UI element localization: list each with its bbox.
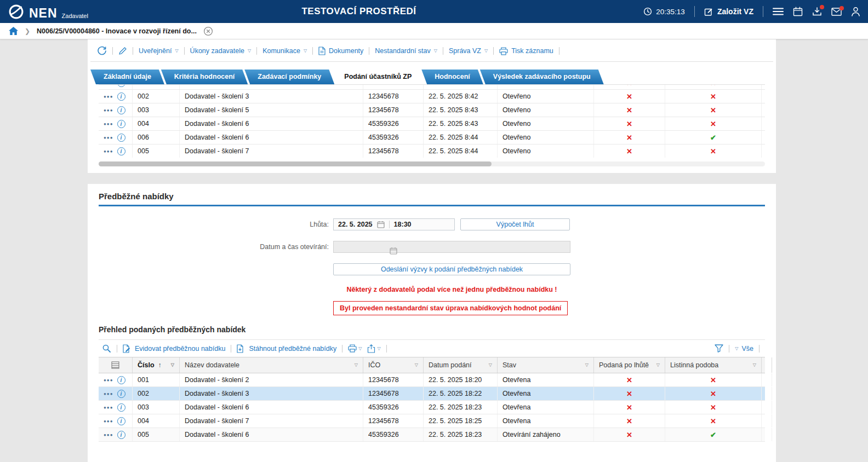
user-profile-icon[interactable] [851,7,860,16]
menu-komunikace[interactable]: Komunikace▽ [262,47,307,55]
chevron-down-icon[interactable]: ▽ [355,363,358,367]
table-row[interactable]: ●●●i 001 Dodavatel - školení 2 12345678 … [99,84,765,90]
row-menu-icon[interactable]: ●●● [104,108,113,113]
calendar-icon[interactable] [793,7,803,16]
cell-stav: Otevírání zahájeno [498,428,594,441]
chevron-down-icon[interactable]: ▽ [415,363,418,367]
tab-kriteria-hodnoceni[interactable]: Kritéria hodnocení [161,70,248,84]
breadcrumb-item[interactable]: N006/25/V00004860 - Inovace v rozvoji ří… [37,27,197,35]
header-podana-po-lhute[interactable]: Podaná po lhůtě▽ [594,357,665,373]
chevron-down-icon[interactable]: ▽ [753,363,756,367]
close-record-icon[interactable] [203,26,213,36]
header-stav[interactable]: Stav▽ [498,357,594,373]
filter-preset-vse[interactable]: ▽ Vše [735,345,753,353]
lhuta-date-value[interactable]: 22. 5. 2025 [338,221,373,228]
menu-ukony-zadavatele[interactable]: Úkony zadavatele▽ [190,47,252,55]
chevron-down-icon[interactable]: ▽ [377,347,380,351]
evidovat-nabidku-button[interactable]: Evidovat předběžnou nabídku [123,344,225,353]
tab-zadavaci-podminky[interactable]: Zadávací podmínky [244,70,334,84]
chevron-down-icon[interactable]: ▽ [489,363,492,367]
messages-icon[interactable] [831,8,842,16]
row-menu-icon[interactable]: ●●● [104,122,113,126]
chevron-down-icon[interactable]: ▽ [358,347,362,351]
tab-zakladni-udaje[interactable]: Základní údaje [90,70,164,84]
menu-sprava-vz[interactable]: Správa VZ▽ [449,47,488,55]
history-icon[interactable] [97,46,107,56]
row-menu-icon[interactable]: ●●● [104,378,113,383]
home-icon[interactable] [9,27,18,35]
row-menu-icon[interactable]: ●●● [104,84,113,85]
table-row[interactable]: ●●●i 005 Dodavatel - školení 6 45359326 … [99,428,765,442]
tab-vysledek-zadavaciho-postupu[interactable]: Výsledek zadávacího postupu [480,70,604,84]
table-row-selected[interactable]: ●●●i 002 Dodavatel - školení 3 12345678 … [99,387,765,401]
row-menu-icon[interactable]: ●●● [104,405,113,410]
info-icon[interactable]: i [117,403,125,412]
export-icon[interactable]: ▽ [367,344,380,353]
chevron-down-icon[interactable]: ▽ [171,363,174,367]
table-row[interactable]: ●●●i 005 Dodavatel - školení 7 12345678 … [99,145,765,158]
divider [493,47,494,55]
info-icon[interactable]: i [117,390,125,398]
table-row[interactable]: ●●●i 003 Dodavatel - školení 6 45359326 … [99,401,765,414]
table-row[interactable]: ●●●i 003 Dodavatel - školení 5 12345678 … [99,103,765,117]
edit-record-icon[interactable] [118,47,127,55]
info-icon[interactable]: i [117,376,125,384]
create-vz-button[interactable]: Založit VZ [704,7,753,16]
info-icon[interactable]: i [117,431,125,439]
info-icon[interactable]: i [117,93,125,101]
tab-hodnoceni[interactable]: Hodnocení [421,70,483,84]
scrollbar-thumb[interactable] [99,161,492,166]
info-icon[interactable]: i [117,120,125,128]
downloads-icon[interactable] [812,7,822,16]
menu-tisk-zaznamu[interactable]: Tisk záznamu [499,47,553,55]
table-row[interactable]: ●●●i 004 Dodavatel - školení 7 12345678 … [99,414,765,428]
table-row[interactable]: ●●●i 006 Dodavatel - školení 6 45359326 … [99,131,765,145]
divider [386,345,387,353]
header-ico[interactable]: IČO▽ [363,357,424,373]
info-icon[interactable]: i [117,417,125,425]
header-listinna-podoba[interactable]: Listinná podoba▽ [665,357,762,373]
info-icon[interactable]: i [117,134,125,142]
table-row[interactable]: ●●●i 001 Dodavatel - školení 2 12345678 … [99,373,765,387]
table-row[interactable]: ●●●i 004 Dodavatel - školení 6 45359326 … [99,117,765,131]
search-icon[interactable] [102,344,111,353]
row-menu-icon[interactable]: ●●● [104,94,113,99]
lhuta-datetime-input[interactable]: 22. 5. 2025 18:30 [333,218,455,230]
menu-dokumenty[interactable]: Dokumenty [318,47,363,55]
header-cislo[interactable]: Číslo ↑ ▽ [133,357,180,373]
row-menu-icon[interactable]: ●●● [104,432,113,437]
row-menu-icon[interactable]: ●●● [104,391,113,396]
menu-nestandardni-stav[interactable]: Nestandardní stav▽ [375,47,437,55]
odeslani-vyzvy-button[interactable]: Odeslání výzvy k podání předběžných nabí… [333,263,570,275]
tab-podani-ucastniku-zp[interactable]: Podání účastníků ZP [331,70,425,84]
header-datum-podani[interactable]: Datum podání▽ [424,357,498,373]
divider [256,47,257,55]
row-menu-icon[interactable]: ●●● [104,135,113,140]
chevron-down-icon[interactable]: ▽ [585,363,589,367]
horizontal-scrollbar[interactable] [99,161,765,166]
menu-uverejneni[interactable]: Uveřejnění▽ [139,47,179,55]
stahnout-nabidky-button[interactable]: Stáhnout předběžné nabídky [237,344,336,353]
nen-brand[interactable]: NEN Zadavatel [8,3,88,20]
print-grid-icon[interactable]: ▽ [348,344,362,353]
info-icon[interactable]: i [117,84,125,87]
divider [112,47,113,55]
cell-nazev-dodavatele: Dodavatel - školení 3 [180,90,363,103]
menu-hamburger-icon[interactable] [773,7,784,16]
row-menu-icon[interactable]: ●●● [104,149,113,154]
divider [443,47,443,55]
info-icon[interactable]: i [117,147,125,155]
chevron-down-icon[interactable]: ▽ [656,363,660,367]
vypocet-lhut-button[interactable]: Výpočet lhůt [460,218,570,230]
info-icon[interactable]: i [117,106,125,114]
lhuta-time-value[interactable]: 18:30 [394,221,412,228]
session-clock: 20:35:13 [643,7,685,16]
row-menu-icon[interactable]: ●●● [104,419,113,424]
cell-cislo: 002 [133,90,180,103]
header-nazev-dodavatele[interactable]: Název dodavatele▽ [180,357,363,373]
filter-icon[interactable] [715,344,723,353]
column-settings-icon[interactable] [99,357,133,373]
table-row[interactable]: ●●●i 002 Dodavatel - školení 3 12345678 … [99,90,765,103]
calendar-icon[interactable] [377,221,385,228]
cell-datum: 22. 5. 2025 8:43 [424,117,498,130]
